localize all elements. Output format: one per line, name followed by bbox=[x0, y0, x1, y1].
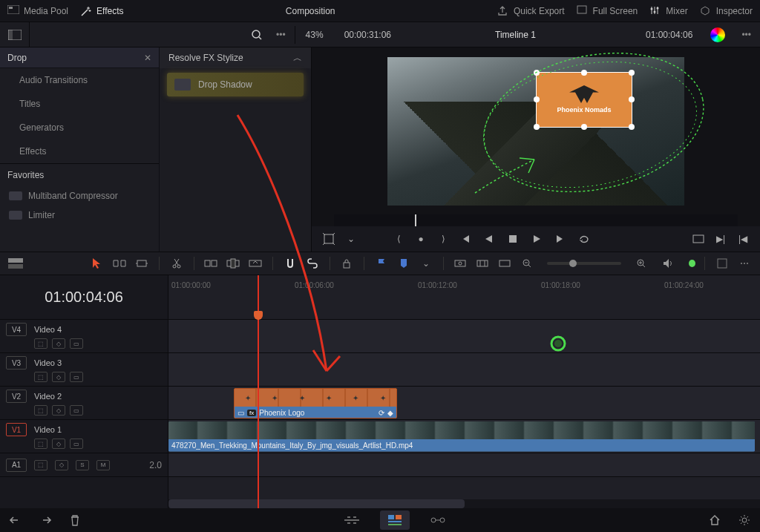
lock-icon[interactable]: ⬚ bbox=[34, 338, 48, 349]
next-edit-button[interactable]: |◀ bbox=[733, 229, 753, 249]
timeline-view-options[interactable] bbox=[7, 254, 24, 272]
dynamic-trim-tool[interactable] bbox=[134, 254, 150, 272]
marker-button[interactable]: ● bbox=[411, 229, 430, 249]
marker-dropdown[interactable]: ⌄ bbox=[418, 254, 434, 272]
auto-select-icon[interactable]: ◇ bbox=[55, 460, 68, 470]
flag-button[interactable] bbox=[373, 254, 390, 272]
fusion-page-tab[interactable] bbox=[423, 510, 453, 530]
blade-tool[interactable] bbox=[168, 254, 185, 272]
auto-select-icon[interactable]: ◇ bbox=[52, 405, 65, 416]
zoom-full-button[interactable] bbox=[453, 254, 469, 272]
category-titles[interactable]: Titles bbox=[0, 92, 159, 116]
search-icon[interactable] bbox=[251, 29, 263, 41]
panel-layout-toggle[interactable] bbox=[0, 22, 30, 47]
redo-button[interactable] bbox=[37, 512, 53, 528]
timeline-layout-button[interactable] bbox=[714, 254, 730, 272]
zoom-slider[interactable] bbox=[547, 262, 621, 265]
loop-button[interactable] bbox=[574, 229, 594, 249]
monitor-volume-icon[interactable] bbox=[661, 254, 678, 272]
edit-page-tab[interactable] bbox=[380, 510, 410, 530]
timeline-tracks-area[interactable]: 01:00:00:00 01:00:06:00 01:00:12:00 01:0… bbox=[168, 275, 760, 508]
svg-point-34 bbox=[431, 518, 436, 522]
snapping-toggle[interactable] bbox=[282, 254, 298, 272]
playhead-handle[interactable] bbox=[254, 311, 263, 320]
project-settings-button[interactable] bbox=[736, 512, 753, 528]
track-enable-icon[interactable]: ▭ bbox=[70, 372, 83, 382]
category-generators[interactable]: Generators bbox=[0, 116, 159, 139]
viewer-options-menu[interactable]: ••• bbox=[733, 30, 760, 40]
effects-options-menu[interactable]: ••• bbox=[267, 30, 295, 40]
timeline-name[interactable]: Timeline 1 bbox=[485, 30, 546, 40]
position-lock-toggle[interactable] bbox=[338, 254, 355, 272]
track-header-v4[interactable]: V4Video 4 ⬚◇▭ bbox=[0, 320, 168, 353]
favorite-multiband-compressor[interactable]: Multiband Compressor bbox=[0, 186, 159, 206]
bypass-grade-button[interactable] bbox=[710, 27, 725, 42]
mixer-button[interactable]: Mixer bbox=[649, 5, 687, 17]
trim-tool[interactable] bbox=[111, 254, 128, 272]
fx-drop-shadow[interactable]: Drop Shadow bbox=[167, 73, 304, 96]
lock-icon[interactable]: ⬚ bbox=[34, 439, 48, 449]
track-enable-icon[interactable]: ▭ bbox=[70, 338, 83, 349]
overwrite-clip-button[interactable] bbox=[225, 254, 241, 272]
transform-dropdown[interactable]: ⌄ bbox=[341, 229, 361, 249]
timeline-options-menu[interactable]: ⋯ bbox=[736, 254, 753, 272]
viewer-zoom-percent[interactable]: 43% bbox=[295, 30, 334, 40]
marker-button[interactable] bbox=[396, 254, 412, 272]
zoom-detail-button[interactable] bbox=[474, 254, 491, 272]
favorite-limiter[interactable]: Limiter bbox=[0, 206, 159, 225]
auto-select-icon[interactable]: ◇ bbox=[52, 439, 65, 449]
track-header-v3[interactable]: V3Video 3 ⬚◇▭ bbox=[0, 353, 168, 387]
match-frame-button[interactable] bbox=[689, 229, 708, 249]
selection-tool[interactable] bbox=[90, 254, 106, 272]
clip-mountains-video[interactable]: 478270_Men_Trekking_Mountains_Italy_By_j… bbox=[168, 421, 755, 452]
insert-clip-button[interactable] bbox=[203, 254, 220, 272]
lock-icon[interactable]: ⬚ bbox=[34, 372, 48, 382]
next-marker-button[interactable]: ⟩ bbox=[433, 229, 453, 249]
solo-button[interactable]: S bbox=[76, 460, 89, 470]
auto-select-icon[interactable]: ◇ bbox=[52, 338, 65, 349]
track-enable-icon[interactable]: ▭ bbox=[70, 405, 83, 416]
zoom-in-button[interactable] bbox=[633, 254, 649, 272]
mute-button[interactable]: M bbox=[96, 460, 110, 470]
replace-clip-button[interactable] bbox=[247, 254, 263, 272]
cut-page-tab[interactable] bbox=[337, 510, 367, 530]
delete-button[interactable] bbox=[67, 512, 83, 528]
dim-audio-toggle[interactable] bbox=[689, 260, 695, 267]
search-query-text[interactable]: Drop bbox=[7, 53, 27, 63]
prev-marker-button[interactable]: ⟨ bbox=[389, 229, 408, 249]
keyframe-icon[interactable]: ◆ bbox=[387, 409, 393, 417]
zoom-custom-button[interactable] bbox=[497, 254, 513, 272]
viewer-scrub-bar[interactable] bbox=[334, 214, 738, 226]
category-audio-transitions[interactable]: Audio Transitions bbox=[0, 68, 159, 92]
retime-icon[interactable]: ⟳ bbox=[379, 409, 384, 417]
undo-button[interactable] bbox=[7, 512, 24, 528]
track-header-a1[interactable]: A1 ⬚ ◇ S M 2.0 bbox=[0, 453, 168, 477]
zoom-out-button[interactable] bbox=[519, 254, 535, 272]
viewer-canvas[interactable]: Phoenix Nomads bbox=[312, 47, 760, 214]
track-enable-icon[interactable]: ▭ bbox=[70, 439, 83, 449]
play-reverse-button[interactable] bbox=[479, 229, 499, 249]
home-button[interactable] bbox=[707, 512, 723, 528]
logo-overlay-selection[interactable]: Phoenix Nomads bbox=[536, 72, 632, 128]
quick-export-button[interactable]: Quick Export bbox=[497, 5, 565, 17]
prprev-edit-button[interactable]: ▶| bbox=[711, 229, 730, 249]
transform-overlay-button[interactable] bbox=[319, 229, 338, 249]
lock-icon[interactable]: ⬚ bbox=[34, 405, 48, 416]
fx-group-header[interactable]: Resolve FX Stylize ︿ bbox=[160, 47, 311, 68]
timeline-timecode-display[interactable]: 01:00:04:06 bbox=[0, 275, 168, 320]
go-start-button[interactable] bbox=[456, 229, 475, 249]
full-screen-button[interactable]: Full Screen bbox=[577, 5, 638, 17]
category-effects[interactable]: Effects bbox=[0, 139, 159, 163]
media-pool-tab[interactable]: Media Pool bbox=[7, 5, 68, 17]
track-header-v1[interactable]: V1Video 1 ⬚◇▭ bbox=[0, 420, 168, 453]
link-toggle[interactable] bbox=[304, 254, 321, 272]
lock-icon[interactable]: ⬚ bbox=[34, 460, 48, 470]
clear-search-icon[interactable]: ✕ bbox=[144, 53, 151, 63]
stop-button[interactable] bbox=[503, 229, 522, 249]
go-end-button[interactable] bbox=[551, 229, 570, 249]
play-button[interactable] bbox=[527, 229, 546, 249]
effects-tab[interactable]: Effects bbox=[80, 5, 123, 17]
auto-select-icon[interactable]: ◇ bbox=[52, 372, 65, 382]
track-header-v2[interactable]: V2Video 2 ⬚◇▭ bbox=[0, 387, 168, 420]
inspector-button[interactable]: Inspector bbox=[700, 5, 753, 17]
